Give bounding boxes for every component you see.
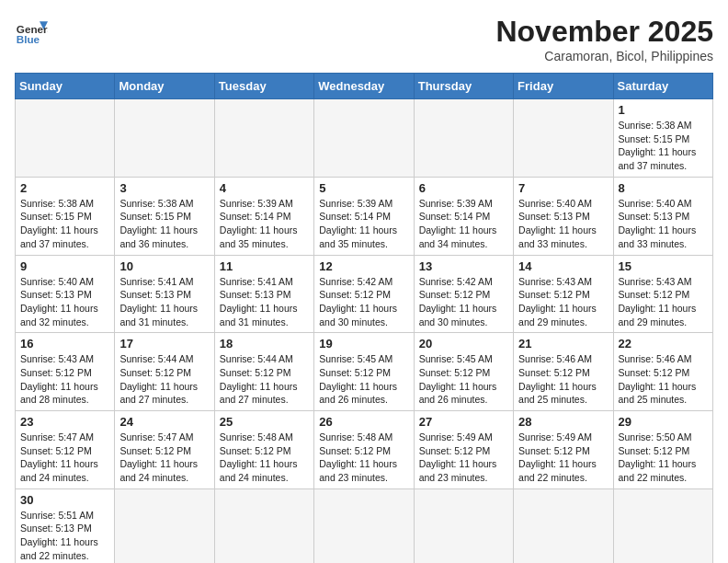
calendar-week-row: 2Sunrise: 5:38 AMSunset: 5:15 PMDaylight… [16,177,713,255]
day-info: Sunrise: 5:47 AMSunset: 5:12 PMDaylight:… [119,431,209,485]
day-number: 17 [119,337,209,350]
calendar-day-cell: 4Sunrise: 5:39 AMSunset: 5:14 PMDaylight… [214,177,313,255]
calendar-day-cell [514,488,613,563]
day-number: 15 [619,259,708,273]
logo: General Blue [15,15,48,48]
weekday-header: Thursday [414,74,513,99]
day-number: 14 [518,259,608,273]
day-info: Sunrise: 5:44 AMSunset: 5:12 PMDaylight:… [220,352,309,407]
day-number: 2 [20,181,109,195]
day-info: Sunrise: 5:47 AMSunset: 5:12 PMDaylight:… [20,431,109,485]
calendar-day-cell: 24Sunrise: 5:47 AMSunset: 5:12 PMDayligh… [115,411,214,489]
day-info: Sunrise: 5:46 AMSunset: 5:12 PMDaylight:… [619,352,708,407]
day-info: Sunrise: 5:51 AMSunset: 5:13 PMDaylight:… [20,509,109,563]
calendar-day-cell: 15Sunrise: 5:43 AMSunset: 5:12 PMDayligh… [613,255,712,333]
day-info: Sunrise: 5:48 AMSunset: 5:12 PMDaylight:… [220,431,309,485]
calendar-day-cell: 28Sunrise: 5:49 AMSunset: 5:12 PMDayligh… [514,411,613,489]
day-number: 22 [619,337,708,350]
day-info: Sunrise: 5:42 AMSunset: 5:12 PMDaylight:… [419,275,508,329]
calendar-day-cell [214,99,313,178]
day-info: Sunrise: 5:39 AMSunset: 5:14 PMDaylight:… [220,197,309,251]
calendar-week-row: 30Sunrise: 5:51 AMSunset: 5:13 PMDayligh… [16,488,713,563]
weekday-header: Monday [115,74,214,99]
calendar-day-cell [414,488,513,563]
calendar-day-cell: 30Sunrise: 5:51 AMSunset: 5:13 PMDayligh… [16,488,115,563]
calendar-day-cell: 2Sunrise: 5:38 AMSunset: 5:15 PMDaylight… [16,177,115,255]
day-info: Sunrise: 5:39 AMSunset: 5:14 PMDaylight:… [419,197,508,251]
weekday-header: Wednesday [314,74,414,99]
day-number: 29 [619,415,708,429]
calendar-day-cell: 20Sunrise: 5:45 AMSunset: 5:12 PMDayligh… [414,333,513,411]
calendar-day-cell [16,99,115,178]
calendar-day-cell: 21Sunrise: 5:46 AMSunset: 5:12 PMDayligh… [514,333,613,411]
calendar-table: SundayMondayTuesdayWednesdayThursdayFrid… [15,73,713,563]
calendar-day-cell: 17Sunrise: 5:44 AMSunset: 5:12 PMDayligh… [115,333,214,411]
calendar-day-cell: 12Sunrise: 5:42 AMSunset: 5:12 PMDayligh… [314,255,414,333]
day-number: 30 [20,493,109,507]
day-info: Sunrise: 5:40 AMSunset: 5:13 PMDaylight:… [619,197,708,251]
day-number: 20 [419,337,508,350]
day-info: Sunrise: 5:39 AMSunset: 5:14 PMDaylight:… [319,197,408,251]
day-number: 6 [419,181,508,195]
title-block: November 2025 Caramoran, Bicol, Philippi… [495,15,713,63]
day-info: Sunrise: 5:44 AMSunset: 5:12 PMDaylight:… [119,352,209,407]
day-info: Sunrise: 5:42 AMSunset: 5:12 PMDaylight:… [319,275,408,329]
day-info: Sunrise: 5:49 AMSunset: 5:12 PMDaylight:… [419,431,508,485]
day-info: Sunrise: 5:41 AMSunset: 5:13 PMDaylight:… [220,275,309,329]
location: Caramoran, Bicol, Philippines [495,49,713,63]
day-number: 4 [220,181,309,195]
weekday-header: Saturday [613,74,712,99]
day-number: 18 [220,337,309,350]
weekday-header: Sunday [16,74,115,99]
calendar-day-cell: 18Sunrise: 5:44 AMSunset: 5:12 PMDayligh… [214,333,313,411]
calendar-day-cell: 1Sunrise: 5:38 AMSunset: 5:15 PMDaylight… [613,99,712,178]
day-info: Sunrise: 5:49 AMSunset: 5:12 PMDaylight:… [518,431,608,485]
calendar-day-cell: 22Sunrise: 5:46 AMSunset: 5:12 PMDayligh… [613,333,712,411]
calendar-day-cell: 19Sunrise: 5:45 AMSunset: 5:12 PMDayligh… [314,333,414,411]
calendar-day-cell [314,99,414,178]
calendar-day-cell: 25Sunrise: 5:48 AMSunset: 5:12 PMDayligh… [214,411,313,489]
day-info: Sunrise: 5:40 AMSunset: 5:13 PMDaylight:… [20,275,109,329]
day-number: 27 [419,415,508,429]
day-number: 26 [319,415,408,429]
calendar-week-row: 16Sunrise: 5:43 AMSunset: 5:12 PMDayligh… [16,333,713,411]
day-number: 1 [619,103,708,117]
day-number: 7 [518,181,608,195]
calendar-day-cell: 7Sunrise: 5:40 AMSunset: 5:13 PMDaylight… [514,177,613,255]
day-number: 10 [119,259,209,273]
calendar-day-cell [115,99,214,178]
page-header: General Blue November 2025 Caramoran, Bi… [15,15,713,63]
calendar-day-cell [214,488,313,563]
calendar-day-cell: 10Sunrise: 5:41 AMSunset: 5:13 PMDayligh… [115,255,214,333]
day-number: 16 [20,337,109,350]
day-number: 28 [518,415,608,429]
day-number: 23 [20,415,109,429]
weekday-header-row: SundayMondayTuesdayWednesdayThursdayFrid… [16,74,713,99]
svg-text:Blue: Blue [17,33,40,45]
day-number: 9 [20,259,109,273]
day-number: 21 [518,337,608,350]
calendar-week-row: 23Sunrise: 5:47 AMSunset: 5:12 PMDayligh… [16,411,713,489]
calendar-day-cell: 11Sunrise: 5:41 AMSunset: 5:13 PMDayligh… [214,255,313,333]
calendar-day-cell: 26Sunrise: 5:48 AMSunset: 5:12 PMDayligh… [314,411,414,489]
day-number: 13 [419,259,508,273]
calendar-day-cell [414,99,513,178]
day-number: 25 [220,415,309,429]
day-info: Sunrise: 5:50 AMSunset: 5:12 PMDaylight:… [619,431,708,485]
calendar-day-cell: 9Sunrise: 5:40 AMSunset: 5:13 PMDaylight… [16,255,115,333]
day-number: 24 [119,415,209,429]
weekday-header: Friday [514,74,613,99]
day-number: 12 [319,259,408,273]
day-info: Sunrise: 5:45 AMSunset: 5:12 PMDaylight:… [319,352,408,407]
day-number: 19 [319,337,408,350]
calendar-day-cell [514,99,613,178]
day-info: Sunrise: 5:46 AMSunset: 5:12 PMDaylight:… [518,352,608,407]
day-info: Sunrise: 5:38 AMSunset: 5:15 PMDaylight:… [119,197,209,251]
calendar-day-cell: 23Sunrise: 5:47 AMSunset: 5:12 PMDayligh… [16,411,115,489]
calendar-day-cell: 29Sunrise: 5:50 AMSunset: 5:12 PMDayligh… [613,411,712,489]
calendar-day-cell: 16Sunrise: 5:43 AMSunset: 5:12 PMDayligh… [16,333,115,411]
calendar-week-row: 1Sunrise: 5:38 AMSunset: 5:15 PMDaylight… [16,99,713,178]
calendar-day-cell: 13Sunrise: 5:42 AMSunset: 5:12 PMDayligh… [414,255,513,333]
calendar-week-row: 9Sunrise: 5:40 AMSunset: 5:13 PMDaylight… [16,255,713,333]
calendar-day-cell [613,488,712,563]
